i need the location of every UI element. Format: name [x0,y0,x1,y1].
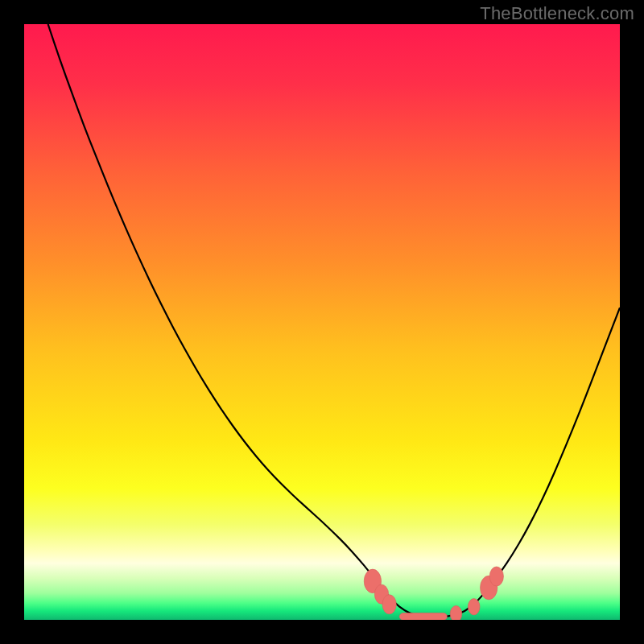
chart-frame: TheBottleneck.com [0,0,644,644]
bottleneck-curve [24,24,620,620]
curve-marker [450,605,462,620]
watermark-text: TheBottleneck.com [480,3,634,24]
curve-marker [468,599,480,615]
flat-bottom-segment [399,613,447,620]
curve-marker [489,567,503,586]
plot-area [24,24,620,620]
curve-marker [382,595,396,614]
